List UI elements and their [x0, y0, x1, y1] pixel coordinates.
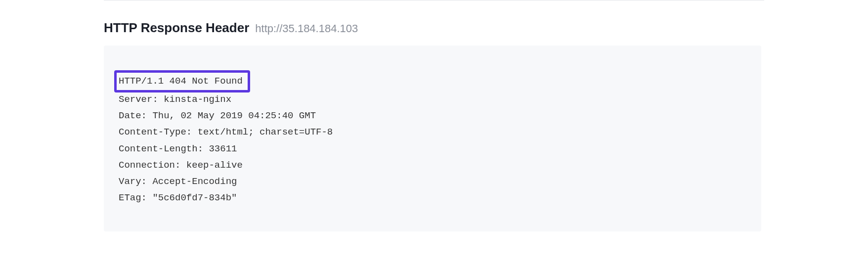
section-heading-row: HTTP Response Header http://35.184.184.1…: [104, 20, 764, 36]
http-header-line: ETag: "5c6d0fd7-834b": [119, 190, 746, 206]
http-response-panel: HTTP/1.1 404 Not Found Server: kinsta-ng…: [104, 46, 761, 231]
section-url: http://35.184.184.103: [255, 22, 358, 35]
http-header-line: Vary: Accept-Encoding: [119, 174, 746, 190]
status-line-highlight: HTTP/1.1 404 Not Found: [119, 70, 746, 91]
http-header-line: Connection: keep-alive: [119, 157, 746, 174]
section-divider: [104, 0, 764, 0]
http-header-line: Date: Thu, 02 May 2019 04:25:40 GMT: [119, 108, 746, 124]
http-header-lines: Server: kinsta-nginx Date: Thu, 02 May 2…: [119, 92, 746, 207]
http-status-line: HTTP/1.1 404 Not Found: [114, 70, 250, 92]
http-header-line: Server: kinsta-nginx: [119, 92, 746, 108]
section-title: HTTP Response Header: [104, 20, 249, 36]
http-header-line: Content-Length: 33611: [119, 141, 746, 157]
http-header-line: Content-Type: text/html; charset=UTF-8: [119, 124, 746, 140]
